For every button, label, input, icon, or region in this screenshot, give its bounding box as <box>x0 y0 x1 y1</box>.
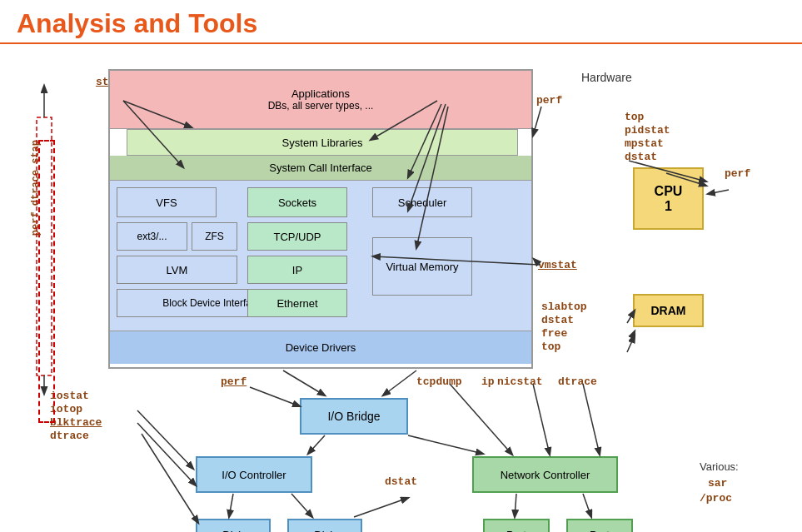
dstat-top-label: dstat <box>625 151 657 163</box>
port2-box: Port <box>566 519 633 532</box>
syslib-text: System Libraries <box>282 137 363 149</box>
disk1-box: Disk <box>196 519 271 532</box>
os-box: Applications DBs, all server types, ... … <box>108 69 533 369</box>
dstat-mid-label: dstat <box>541 314 574 326</box>
ext3-box: ext3/... <box>117 222 187 251</box>
perf-dtrace-stap-label: perf dtrace stap <box>30 140 42 236</box>
svg-line-24 <box>291 494 312 517</box>
svg-line-30 <box>583 384 600 455</box>
io-controller-box: I/O Controller <box>196 456 312 493</box>
blktrace-label: blktrace <box>50 416 102 429</box>
ip-label: ip <box>481 375 495 388</box>
cpu-number: 1 <box>665 199 672 214</box>
svg-line-19 <box>142 434 198 523</box>
applications-layer: Applications DBs, all server types, ... <box>110 71 531 129</box>
syslib-layer: System Libraries <box>127 129 518 156</box>
device-drivers-layer: Device Drivers <box>110 331 531 364</box>
apps-subtitle: DBs, all server types, ... <box>268 100 374 112</box>
net-controller-box: Network Controller <box>472 456 618 493</box>
vfs-box: VFS <box>117 187 217 217</box>
disk2-box: Disk <box>287 519 362 532</box>
syscall-layer: System Call Interface <box>110 156 531 181</box>
svg-line-20 <box>250 387 300 406</box>
svg-line-16 <box>383 370 416 395</box>
svg-line-15 <box>283 370 325 395</box>
top2-label: top <box>541 341 560 353</box>
scheduler-box: Scheduler <box>372 187 472 217</box>
perf-top-label: perf <box>536 94 562 107</box>
mpstat-label: mpstat <box>625 137 664 150</box>
applications-text: Applications <box>291 87 350 100</box>
page-title: Analysis and Tools <box>0 0 802 44</box>
svg-line-26 <box>515 494 516 517</box>
iostat-label: iostat <box>50 390 89 402</box>
cpu-label: CPU <box>655 184 683 199</box>
svg-line-23 <box>229 494 233 517</box>
pidstat-label: pidstat <box>625 124 670 137</box>
svg-line-14 <box>627 336 635 352</box>
free-label: free <box>541 327 567 340</box>
port1-box: Port <box>483 519 550 532</box>
io-bridge-box: I/O Bridge <box>300 398 408 435</box>
svg-line-17 <box>137 410 193 469</box>
slabtop-label: slabtop <box>541 301 587 313</box>
tcpdump-label: tcpdump <box>416 375 462 388</box>
perf-bottom-label: perf <box>221 375 247 388</box>
svg-line-18 <box>137 423 196 485</box>
nicstat-label: nicstat <box>497 375 543 388</box>
dram-box: DRAM <box>633 294 704 327</box>
tcp-udp-box: TCP/UDP <box>247 222 347 251</box>
hw-section-label: Hardware <box>581 71 632 84</box>
cpu-box: CPU 1 <box>633 167 704 230</box>
dtrace-right-label: dtrace <box>558 375 597 388</box>
svg-line-6 <box>533 107 541 136</box>
top-label: top <box>625 111 644 123</box>
virtual-memory-box: Virtual Memory <box>372 237 472 296</box>
vmstat-label: vmstat <box>538 259 577 271</box>
dtrace-left-label: dtrace <box>50 430 89 442</box>
svg-line-27 <box>583 494 591 517</box>
svg-line-21 <box>308 435 325 454</box>
svg-line-22 <box>408 435 483 454</box>
sockets-box: Sockets <box>247 187 347 217</box>
dstat-bottom-label: dstat <box>385 475 417 488</box>
ip-box: IP <box>247 256 347 284</box>
sar-label: sar <box>708 477 727 490</box>
svg-line-9 <box>708 190 729 194</box>
syscall-text: System Call Interface <box>269 162 372 174</box>
svg-line-13 <box>630 331 635 342</box>
various-label: Various: <box>700 460 739 473</box>
proc-label: /proc <box>700 492 732 505</box>
lvm-box: LVM <box>117 256 237 284</box>
svg-line-28 <box>450 384 512 455</box>
ethernet-box: Ethernet <box>247 289 347 317</box>
perf-right-label: perf <box>725 167 750 180</box>
svg-line-29 <box>533 384 550 455</box>
zfs-box: ZFS <box>192 222 237 251</box>
svg-line-25 <box>354 498 408 517</box>
